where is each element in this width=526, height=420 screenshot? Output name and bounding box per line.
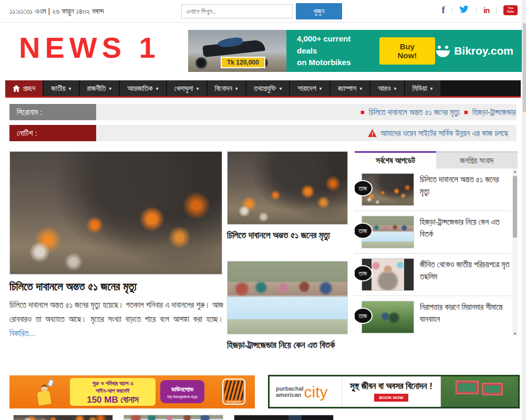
nav-item-international[interactable]: আন্তজাতিক▾ [120,80,166,96]
caret-down-icon: ▾ [279,86,282,91]
read-more-link[interactable]: বিস্তারিত... [9,329,35,338]
tennis-courts-photo [441,376,518,407]
nav-item-home[interactable]: প্রচ্ছদ [5,80,43,96]
logo-word: purbachal [276,385,304,392]
article-thumbnail-partial[interactable] [13,415,113,420]
book-now-button[interactable]: BOOK NOW [374,394,409,402]
nav-label: খেলাধুলা [174,84,193,93]
smiley-eye-shape [445,46,448,49]
list-item[interactable]: তাজ চিলিতে দাবানলে অন্তত ৫১ জনের মৃত্যু [355,169,510,211]
nav-label: আরও [378,84,390,93]
caret-down-icon: ▾ [319,86,322,91]
scroll-down-icon[interactable]: ▼ [513,332,517,335]
purbachal-ad-banner[interactable]: purbachal american city সুস্থ জীবন বা অব… [268,375,520,408]
nav-item-national[interactable]: জাতীয়▾ [44,80,78,96]
warning-icon [368,129,377,137]
list-item-title[interactable]: চিলিতে দাবানলে অন্তত ৫১ জনের মৃত্যু [420,173,510,206]
linkedin-icon[interactable]: in [483,6,489,15]
nav-item-more[interactable]: আরও▾ [370,80,404,96]
caret-down-icon: ▾ [197,86,199,91]
scrollbar-thumb[interactable] [513,176,517,238]
nav-label: আন্তজাতিক [127,84,152,93]
nav-label: মিডিয়া [412,84,427,93]
offer-line1: শুক্র ও শনিবার অ্যাপ এ [70,380,156,387]
purbachal-logo-small-text: purbachal american [276,385,304,398]
scroll-up-icon[interactable]: ▲ [513,170,517,173]
datetime-text: ১১:০১:৩১ এএম | ২৬ ফাল্গুন ১৪৩২ বঙ্গাব্দ [9,7,104,16]
secondary-article-image[interactable] [227,261,348,334]
tennis-court-shape [456,381,479,394]
secondary-article-title[interactable]: হিজড়া-ট্রান্সজেন্ডার নিয়ে কেন এত বিতর্… [227,339,349,352]
banglalink-logo: banglalink [222,379,245,405]
secondary-article-title[interactable]: চিলিতে দাবানলে অন্তত ৫১ জনের মৃত্যু [227,229,349,243]
separator: | [496,7,497,13]
buy-now-button[interactable]: Buy Now! [379,37,436,65]
twitter-icon[interactable] [459,5,469,16]
ad-text-line2: on Motorbikes [297,57,362,69]
ticker-item[interactable]: হিজড়া-ট্রান্সজেন্ডার নিয়ে কেন এত বিতর্… [472,108,517,117]
purbachal-logo: purbachal american city [276,385,342,399]
motorbike-photo: Tk 120,000 [188,30,286,72]
nav-item-sports[interactable]: খেলাধুলা▾ [167,80,207,96]
bullet-icon: ■ [464,108,468,116]
page-scrollbar[interactable] [522,0,526,420]
lead-article-excerpt: চিলিতে দাবানলে অন্তত ৫১ জনের মৃত্যু হয়ে… [9,298,223,340]
ticker-item[interactable]: চিলিতে দাবানলে অন্তত ৫১ জনের মৃত্যু [369,108,460,117]
page-scrollbar-thumb[interactable] [523,23,526,112]
nav-item-media[interactable]: মিডিয়া▾ [405,80,440,96]
bike-wheel-shape [195,57,207,69]
purbachal-ad-center: সুস্থ জীবন বা অবসর বিনোদন ! BOOK NOW [342,376,441,407]
article-thumbnail-partial[interactable] [123,415,223,420]
list-item[interactable]: তাজ নিরাপত্তার কারণে মিয়ানমার সীমান্তে … [355,296,510,337]
ticker-content[interactable]: ■ চিলিতে দাবানলে অন্তত ৫১ জনের মৃত্যু ■ … [356,104,517,120]
list-item[interactable]: তাজ জীবিত থেকেও জাতীয় পরিচয়পত্রে মৃত ত… [355,254,510,296]
person-body-shape [37,390,51,405]
download-app-button[interactable]: ডাউনলোড My Banglalink App [160,380,204,403]
list-item-title[interactable]: হিজড়া-ট্রান্সজেন্ডার নিয়ে কেন এত বিতর্… [420,216,510,248]
nav-label: জাতীয় [51,84,65,93]
search-button[interactable]: খুজুন [296,3,342,19]
lead-article-image[interactable] [9,151,222,275]
facebook-icon[interactable]: f [442,4,445,16]
secondary-article: হিজড়া-ট্রান্সজেন্ডার নিয়ে কেন এত বিতর্… [227,261,349,352]
lead-article-title[interactable]: চিলিতে দাবানলে অন্তত ৫১ জনের মৃত্যু [9,280,223,293]
site-logo[interactable]: NEWS 1 [19,30,160,65]
caret-down-icon: ▾ [69,86,71,91]
sidebar-scrollbar[interactable]: ▲ ▼ [512,169,518,337]
social-links: f | | in | You Tube [442,4,518,16]
search-input[interactable] [181,4,293,18]
main-nav: প্রচ্ছদ জাতীয়▾ রাজনীতি▾ আন্তজাতিক▾ খেলা… [5,80,521,98]
article-thumbnail-partial[interactable] [234,415,334,420]
notice-text: আমাদের ওয়েব সাইটের সার্বিক উন্নয়ন এর ক… [380,129,508,138]
excerpt-text: চিলিতে দাবানলে অন্তত ৫১ জনের মৃত্যু হয়ে… [9,300,223,323]
nav-item-campus[interactable]: ক্যাম্পাস▾ [331,80,370,96]
headline-ticker: শিরোনাম : ■ চিলিতে দাবানলে অন্তত ৫১ জনের… [9,104,517,120]
nav-label: রাজনীতি [87,84,106,93]
list-item-title[interactable]: জীবিত থেকেও জাতীয় পরিচয়পত্রে মৃত তছলিম [420,258,510,291]
bikroy-ad-banner[interactable]: Tk 120,000 4,000+ current deals on Motor… [188,30,522,72]
caret-down-icon: ▾ [430,86,433,91]
tennis-court-shape [482,383,503,395]
caret-down-icon: ▾ [235,86,238,91]
list-item-title[interactable]: নিরাপত্তার কারণে মিয়ানমার সীমান্তে যানব… [420,301,510,333]
notice-bar: নোটিশ : আমাদের ওয়েব সাইটের সার্বিক উন্ন… [9,125,517,141]
nav-item-tech[interactable]: তথ্যপ্রযুক্তি▾ [246,80,290,96]
banglalink-ad-banner[interactable]: শুক্র ও শনিবার অ্যাপ এ সাইন-আপ করলেই 150… [9,375,255,408]
ad-text-line1: 4,000+ current deals [297,33,362,57]
youtube-icon[interactable]: You Tube [503,5,518,15]
sidebar-list: তাজ চিলিতে দাবানলে অন্তত ৫১ জনের মৃত্যু … [355,169,518,337]
tab-popular-news[interactable]: জনপ্রিয় সংবাদ [436,151,518,169]
nav-item-politics[interactable]: রাজনীতি▾ [80,80,119,96]
purbachal-logo-city-text: city [304,385,328,399]
tab-latest-updates[interactable]: সর্বশেষ আপডেট [355,151,436,169]
news-site-page: ১১:০১:৩১ এএম | ২৬ ফাল্গুন ১৪৩২ বঙ্গাব্দ … [0,0,526,420]
purbachal-ad-text: সুস্থ জীবন বা অবসর বিনোদন ! [342,381,440,392]
nav-item-countrywide[interactable]: সারাদেশ▾ [290,80,329,96]
caret-down-icon: ▾ [394,86,397,91]
nav-item-entertainment[interactable]: বিনোদন▾ [208,80,245,96]
offer-text-box: শুক্র ও শনিবার অ্যাপ এ সাইন-আপ করলেই 150… [70,378,156,406]
download-button-label: ডাউনলোড [160,385,204,394]
secondary-article-image[interactable] [227,151,348,225]
nav-label: প্রচ্ছদ [23,84,35,93]
list-item[interactable]: তাজ হিজড়া-ট্রান্সজেন্ডার নিয়ে কেন এত ব… [355,211,510,254]
